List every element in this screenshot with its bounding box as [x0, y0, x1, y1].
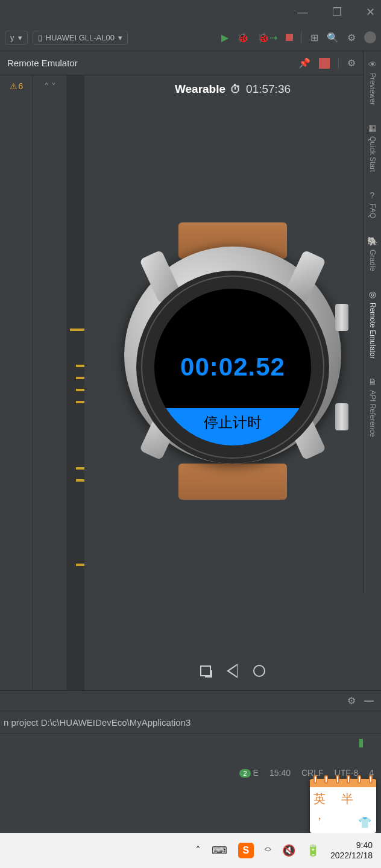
ime-mode-label: 英 半: [313, 791, 373, 807]
warning-indicator[interactable]: ⚠6: [10, 81, 24, 91]
sidebar-faq[interactable]: ?FAQ: [368, 190, 377, 218]
watch-device: 00:02.52 停止计时: [124, 234, 341, 488]
marker: [76, 564, 84, 566]
device-dropdown[interactable]: ▯ HUAWEI GLL-AL00 ▾: [33, 31, 128, 45]
config-dropdown[interactable]: y ▾: [5, 31, 28, 45]
stop-button[interactable]: [286, 34, 293, 41]
watch-case: 00:02.52 停止计时: [124, 247, 341, 464]
clock-date: 2022/12/18: [330, 851, 373, 861]
maximize-button[interactable]: ❐: [332, 5, 342, 19]
profile-avatar[interactable]: [364, 31, 376, 43]
battery-icon[interactable]: 🔋: [306, 844, 320, 857]
tray-overflow-button[interactable]: ˄: [195, 844, 201, 857]
emulator-viewport: Wearable ⏱ 01:57:36 00:02.52 停止计时: [84, 75, 381, 690]
marker: [76, 401, 84, 403]
warning-count: 6: [19, 81, 24, 91]
debug-attach-button[interactable]: 🐞⇢: [257, 32, 277, 43]
progress-indicator: [359, 739, 363, 747]
stop-button-label: 停止计时: [204, 413, 262, 432]
clock-time: 9:40: [330, 840, 373, 851]
system-clock[interactable]: 9:40 2022/12/18: [330, 840, 373, 861]
device-nav-bar: [200, 664, 265, 678]
event-log-button[interactable]: 2E: [239, 768, 258, 778]
problems-gutter: ⚠6: [0, 75, 33, 690]
marker: [76, 377, 84, 379]
main-toolbar: y ▾ ▯ HUAWEI GLL-AL00 ▾ ▶ 🐞 🐞⇢ ⊞ 🔍 ⚙: [0, 24, 381, 51]
chevron-down-icon: ▾: [118, 33, 122, 42]
sidebar-remote-emulator[interactable]: ◎Remote Emulator: [368, 289, 377, 359]
watch-crown-top[interactable]: [335, 304, 348, 331]
gear-icon[interactable]: ⚙: [347, 695, 356, 706]
run-button[interactable]: ▶: [221, 32, 228, 43]
eye-icon: 👁: [368, 60, 377, 69]
separator: [338, 57, 339, 69]
watch-screen[interactable]: 00:02.52 停止计时: [154, 289, 311, 445]
power-button[interactable]: [319, 58, 330, 69]
device-header: Wearable ⏱ 01:57:36: [175, 83, 291, 96]
home-button[interactable]: [253, 665, 265, 677]
windows-taskbar: ˄ ⌨ S ⌔ 🔇 🔋 9:40 2022/12/18: [0, 833, 381, 868]
sidebar-gradle[interactable]: 🐘Gradle: [367, 236, 377, 271]
recents-button[interactable]: [200, 665, 211, 676]
panel-title: Remote Emulator: [7, 58, 78, 68]
gear-icon[interactable]: ⚙: [347, 57, 356, 69]
panel-footer-tools: ⚙ —: [0, 690, 381, 711]
marker: [76, 365, 84, 367]
next-highlight-button[interactable]: ˅: [51, 81, 56, 93]
settings-icon[interactable]: ⚙: [347, 32, 356, 43]
ime-widget[interactable]: 英 半 ， 👕: [310, 779, 376, 833]
timer-icon: ⏱: [230, 83, 241, 96]
back-button[interactable]: [227, 664, 238, 678]
marker: [76, 389, 84, 391]
doc-icon: 🗎: [368, 377, 377, 386]
prev-highlight-button[interactable]: ˄: [44, 81, 49, 93]
close-button[interactable]: ✕: [366, 5, 375, 19]
phone-icon: ▯: [38, 33, 42, 42]
watch-crown-bottom[interactable]: [335, 403, 348, 430]
sidebar-previewer[interactable]: 👁Previewer: [368, 60, 377, 105]
window-controls: — ❐ ✕: [0, 0, 381, 24]
emulator-panel-header: Remote Emulator 📌 ⚙ —: [0, 51, 381, 75]
build-log: n project D:\c\HUAWEIDevEco\MyApplicatio…: [0, 711, 381, 734]
faq-icon: ?: [370, 190, 375, 200]
progress-area: [0, 734, 381, 764]
main-content: ⚠6 ˄ ˅ Wearable ⏱ 01:57:36: [0, 75, 381, 690]
emulator-icon: ◎: [369, 289, 376, 299]
log-text: n project D:\c\HUAWEIDevEco\MyApplicatio…: [4, 717, 190, 728]
pin-icon[interactable]: 📌: [298, 57, 310, 69]
separator: [301, 31, 302, 43]
marker: [76, 479, 84, 482]
device-name: Wearable: [175, 83, 225, 96]
debug-button[interactable]: 🐞: [237, 32, 249, 43]
editor-minimap[interactable]: [66, 75, 84, 690]
collapse-button[interactable]: —: [364, 696, 374, 706]
stopwatch-display: 00:02.52: [180, 353, 285, 382]
session-time: 01:57:36: [246, 83, 291, 96]
watch-strap-bottom: [178, 464, 287, 500]
wifi-icon[interactable]: ⌔: [265, 844, 271, 857]
sidebar-api-reference[interactable]: 🗎API Reference: [368, 377, 377, 437]
device-label: HUAWEI GLL-AL00: [46, 33, 115, 42]
grid-icon: ▦: [368, 123, 376, 133]
tshirt-icon: 👕: [358, 816, 371, 829]
marker: [70, 329, 84, 331]
marker: [76, 467, 84, 470]
search-icon[interactable]: 🔍: [327, 32, 339, 43]
volume-muted-icon[interactable]: 🔇: [282, 844, 295, 857]
keyboard-icon[interactable]: ⌨: [212, 844, 227, 857]
nav-arrows: ˄ ˅: [33, 75, 66, 690]
right-tool-sidebar: 👁Previewer ▦Quick Start ?FAQ 🐘Gradle ◎Re…: [363, 51, 381, 594]
cursor-position[interactable]: 15:40: [269, 768, 291, 778]
minimize-button[interactable]: —: [297, 6, 308, 19]
sync-icon[interactable]: ⊞: [310, 32, 318, 43]
gradle-icon: 🐘: [367, 236, 377, 246]
chevron-down-icon: ▾: [18, 33, 22, 42]
config-label: y: [10, 33, 14, 42]
sogou-ime-icon[interactable]: S: [238, 843, 254, 858]
event-count-badge: 2: [239, 769, 250, 778]
sidebar-quick-start[interactable]: ▦Quick Start: [368, 123, 377, 172]
